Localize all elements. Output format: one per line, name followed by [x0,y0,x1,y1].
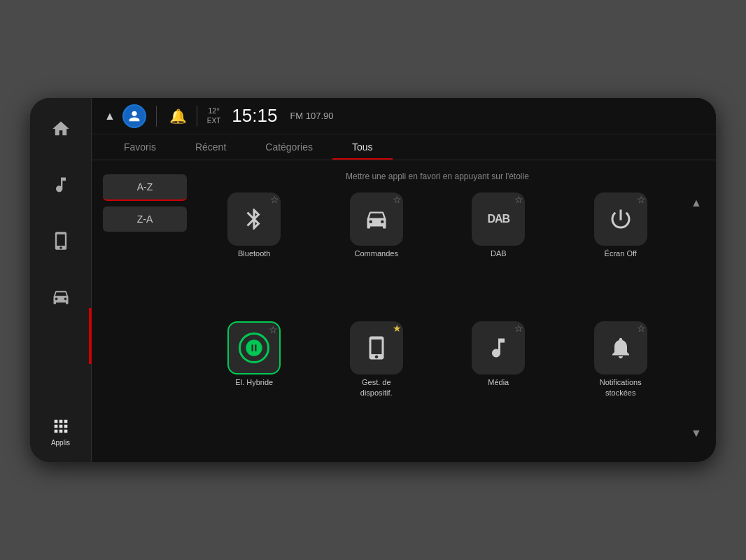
music-note-icon [486,335,511,360]
sidebar-item-car[interactable] [38,279,83,315]
radio-station: FM 107.90 [290,111,333,121]
temperature: 12° EXT [207,106,220,125]
upload-icon: ▲ [104,110,115,122]
sort-panel: A-Z Z-A [103,169,187,454]
star-notifications[interactable]: ☆ [637,323,646,334]
power-icon [608,206,633,232]
sort-za-button[interactable]: Z-A [103,206,187,232]
commandes-icon [364,206,389,232]
sidebar-item-music[interactable] [38,167,83,203]
music-icon [51,175,71,195]
phone-icon [51,231,71,251]
grid-icon [51,416,71,436]
content-area: A-Z Z-A Mettre une appli en favori en ap… [92,160,716,462]
bell-icon: 🔔 [169,108,187,125]
tab-recent[interactable]: Récent [176,134,246,160]
el-hybride-label: El. Hybride [235,377,273,387]
main-content: ▲ 🔔 12° EXT 15:15 FM 107.90 Favoris [92,98,716,462]
dab-app-icon[interactable]: DAB ☆ [472,192,525,246]
applis-label: Applis [51,439,70,447]
gest-dispositif-app-icon[interactable]: ★ [350,321,403,374]
star-bluetooth[interactable]: ☆ [270,194,279,205]
bluetooth-icon [241,206,267,232]
divider2 [197,106,197,127]
home-icon [51,119,71,139]
hint-text: Mettre une appli en favori en appuyant s… [197,169,678,187]
apps-grid: ☆ Bluetooth ☆ Commandes [197,192,678,454]
temp-value: 12° [208,106,220,115]
app-item-media: ☆ Média [441,321,556,454]
divider [156,106,157,127]
bluetooth-label: Bluetooth [238,248,270,258]
tab-tous[interactable]: Tous [332,134,393,160]
notifications-label: Notifications stockées [590,377,652,398]
car-icon [51,287,71,307]
app-item-gest-dispositif: ★ Gest. de dispositif. [319,321,435,454]
app-item-ecran-off: ☆ Écran Off [563,192,679,314]
bluetooth-app-icon[interactable]: ☆ [227,192,281,246]
clock: 15:15 [232,105,277,127]
app-item-el-hybride: ☆ El. Hybride [197,321,312,454]
star-media[interactable]: ☆ [514,323,523,334]
star-dab[interactable]: ☆ [514,194,523,205]
sidebar-item-applis[interactable]: Applis [38,413,83,449]
person-icon [127,108,142,124]
hybrid-icon [244,338,264,358]
tab-categories[interactable]: Catégories [246,134,332,160]
dab-label: DAB [491,248,507,258]
notification-bell-icon [608,335,633,360]
scroll-up-icon[interactable]: ▲ [691,197,702,209]
star-commandes[interactable]: ☆ [393,194,402,205]
app-item-dab: DAB ☆ DAB [441,192,556,314]
sidebar-item-home[interactable] [38,111,83,147]
scroll-controls: ▲ ▼ [688,169,705,454]
avatar [122,104,146,128]
tab-favoris[interactable]: Favoris [104,134,176,160]
commandes-app-icon[interactable]: ☆ [350,192,403,246]
apps-area: Mettre une appli en favori en appuyant s… [197,169,678,454]
sidebar-item-phone[interactable] [38,223,83,259]
commandes-label: Commandes [355,248,398,258]
statusbar: ▲ 🔔 12° EXT 15:15 FM 107.90 [92,98,716,134]
hybrid-circle [239,332,269,363]
app-item-notifications: ☆ Notifications stockées [563,321,679,454]
notifications-app-icon[interactable]: ☆ [594,321,647,374]
app-item-bluetooth: ☆ Bluetooth [197,192,312,314]
sidebar: Applis [30,98,92,462]
tab-bar: Favoris Récent Catégories Tous [92,134,716,160]
scroll-down-icon[interactable]: ▼ [691,427,702,440]
media-app-icon[interactable]: ☆ [472,321,525,374]
gest-dispositif-label: Gest. de dispositif. [346,377,407,398]
app-item-commandes: ☆ Commandes [319,192,435,314]
device-mgmt-icon [364,335,389,360]
media-label: Média [488,377,509,387]
star-gest-dispositif[interactable]: ★ [393,323,402,334]
temp-label: EXT [207,117,220,125]
star-el-hybride[interactable]: ☆ [269,324,278,335]
el-hybride-app-icon[interactable]: ☆ [227,321,281,374]
star-ecran-off[interactable]: ☆ [637,194,646,205]
car-infotainment-screen: Applis ▲ 🔔 12° EXT 15:15 FM 107.90 [30,98,716,462]
ecran-off-label: Écran Off [605,248,637,258]
sidebar-accent [89,308,92,364]
ecran-off-app-icon[interactable]: ☆ [594,192,647,246]
dab-text: DAB [487,213,509,225]
sort-az-button[interactable]: A-Z [103,174,187,201]
